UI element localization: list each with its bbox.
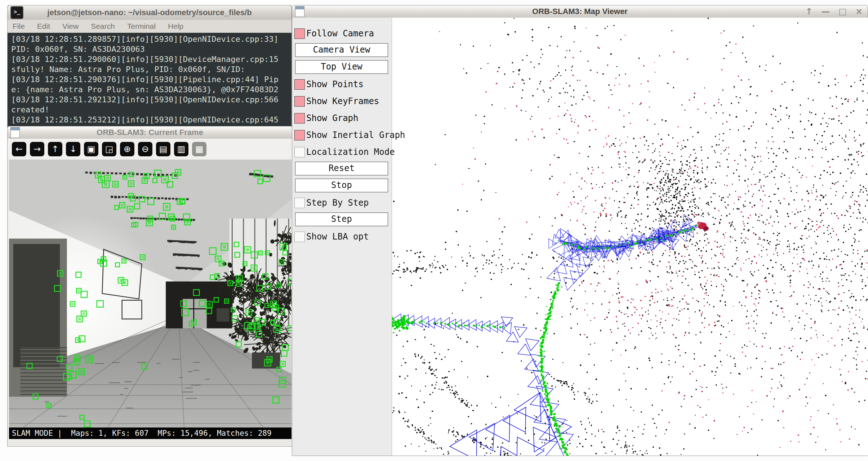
terminal-menubar: FileEditViewSearchTerminalHelp: [8, 20, 291, 33]
checkbox-label: Step By Step: [306, 198, 369, 208]
panel-button-camera-view[interactable]: Camera View: [295, 43, 388, 57]
terminal-line: [03/18 12:28:51.292132][info][5930][Open…: [11, 95, 288, 105]
terminal-title: jetson@jetson-nano: ~/visual-odometry/so…: [8, 8, 291, 17]
checkbox-label: Localization Mode: [306, 147, 395, 157]
menu-item-file[interactable]: File: [13, 22, 25, 31]
window-icon: [295, 6, 304, 17]
window-icon: [10, 127, 20, 138]
up-icon[interactable]: ↑: [48, 142, 62, 156]
current-frame-titlebar[interactable]: ORB-SLAM3: Current Frame: [8, 126, 292, 139]
checkbox-label: Show Points: [306, 79, 364, 89]
panel-button-top-view[interactable]: Top View: [295, 60, 388, 74]
checkbox-label: Show Graph: [306, 113, 359, 123]
terminal-titlebar[interactable]: >_ jetson@jetson-nano: ~/visual-odometry…: [8, 5, 291, 20]
terminal-icon: >_: [10, 6, 23, 19]
checkbox-box[interactable]: [294, 113, 305, 124]
zoom-in-icon[interactable]: ⊕: [120, 142, 134, 156]
panel-button-step[interactable]: Step: [295, 212, 388, 226]
slam-status-bar: SLAM MODE | Maps: 1, KFs: 607 MPs: 15,49…: [9, 428, 291, 439]
terminal-line: created!: [11, 105, 288, 115]
minimize-button[interactable]: —: [821, 5, 830, 18]
printer-icon[interactable]: ▦: [192, 142, 206, 156]
panel-checkbox-show-inertial-graph[interactable]: Show Inertial Graph: [294, 128, 405, 142]
panel-checkbox-show-lba-opt[interactable]: Show LBA opt: [294, 229, 369, 244]
checkbox-label: Show KeyFrames: [306, 96, 379, 106]
current-frame-title: ORB-SLAM3: Current Frame: [8, 128, 292, 137]
menu-item-terminal[interactable]: Terminal: [127, 22, 156, 31]
panel-button-reset[interactable]: Reset: [295, 162, 388, 175]
checkbox-label: Show Inertial Graph: [306, 130, 405, 140]
checkbox-box[interactable]: [294, 28, 305, 39]
checkbox-box[interactable]: [294, 232, 305, 242]
checkbox-label: Follow Camera: [306, 28, 374, 39]
image-icon[interactable]: ▣: [84, 142, 98, 156]
panel-checkbox-show-points[interactable]: Show Points: [294, 77, 364, 91]
menu-item-help[interactable]: Help: [168, 22, 183, 31]
panel-checkbox-follow-camera[interactable]: Follow Camera: [294, 26, 374, 41]
camera-frame-image: [9, 160, 291, 428]
clipboard-icon[interactable]: ▥: [174, 142, 188, 156]
panel-button-stop[interactable]: Stop: [295, 179, 388, 192]
panel-checkbox-step-by-step[interactable]: Step By Step: [294, 196, 369, 210]
menu-item-view[interactable]: View: [62, 22, 79, 31]
terminal-line: [03/18 12:28:51.290376][info][5930][Pipe…: [11, 75, 288, 85]
terminal-line: PID: 0x060f, SN: AS3DA230063: [11, 44, 288, 54]
image-toolbar: ←→↑↓▣◲⊕⊖▤▥▦: [8, 139, 292, 160]
window-controls: ↑—□×: [805, 5, 863, 18]
back-icon[interactable]: ←: [12, 142, 26, 156]
map-viewer-window: ORB-SLAM3: Map Viewer ↑—□× Follow Camera…: [292, 5, 868, 456]
save-icon[interactable]: ▤: [156, 142, 170, 156]
checkbox-box[interactable]: [294, 198, 305, 208]
map-viewer-titlebar[interactable]: ORB-SLAM3: Map Viewer ↑—□×: [292, 5, 868, 18]
panel-checkbox-show-graph[interactable]: Show Graph: [294, 111, 359, 125]
down-icon[interactable]: ↓: [66, 142, 80, 156]
checkbox-box[interactable]: [294, 147, 305, 157]
maximize-button[interactable]: □: [838, 5, 847, 18]
map-viewer-title: ORB-SLAM3: Map Viewer: [292, 7, 868, 16]
desktop: >_ jetson@jetson-nano: ~/visual-odometry…: [0, 0, 868, 461]
panel-checkbox-localization-mode[interactable]: Localization Mode: [294, 145, 395, 159]
checkbox-box[interactable]: [294, 96, 305, 107]
menu-item-edit[interactable]: Edit: [37, 22, 50, 31]
panel-checkbox-show-keyframes[interactable]: Show KeyFrames: [294, 94, 379, 108]
forward-icon[interactable]: →: [30, 142, 44, 156]
terminal-line: [03/18 12:28:51.253212][info][5930][Open…: [11, 115, 288, 125]
checkbox-box[interactable]: [294, 130, 305, 140]
map-3d-view[interactable]: [392, 18, 868, 456]
zoom-region-icon[interactable]: ◲: [102, 142, 116, 156]
terminal-line: [03/18 12:28:51.289857][info][5930][Open…: [11, 34, 288, 44]
menu-item-search[interactable]: Search: [91, 22, 115, 31]
checkbox-label: Show LBA opt: [306, 232, 369, 242]
current-frame-window: ORB-SLAM3: Current Frame ←→↑↓▣◲⊕⊖▤▥▦ SLA…: [7, 126, 293, 447]
close-button[interactable]: ×: [855, 5, 863, 18]
terminal-line: sfully! Name: Astra Pro Plus, PID: 0x060…: [11, 64, 288, 75]
checkbox-box[interactable]: [294, 79, 305, 90]
camera-frame-view: [9, 160, 291, 428]
terminal-line: e: {name: Astra Pro Plus, sn: AS3DA23006…: [11, 85, 288, 95]
terminal-line: [03/18 12:28:51.290060][info][5930][Devi…: [11, 54, 288, 64]
pangolin-panel: Follow CameraCamera ViewTop ViewShow Poi…: [292, 18, 392, 456]
shade-button[interactable]: ↑: [805, 5, 813, 18]
zoom-out-icon[interactable]: ⊖: [138, 142, 152, 156]
